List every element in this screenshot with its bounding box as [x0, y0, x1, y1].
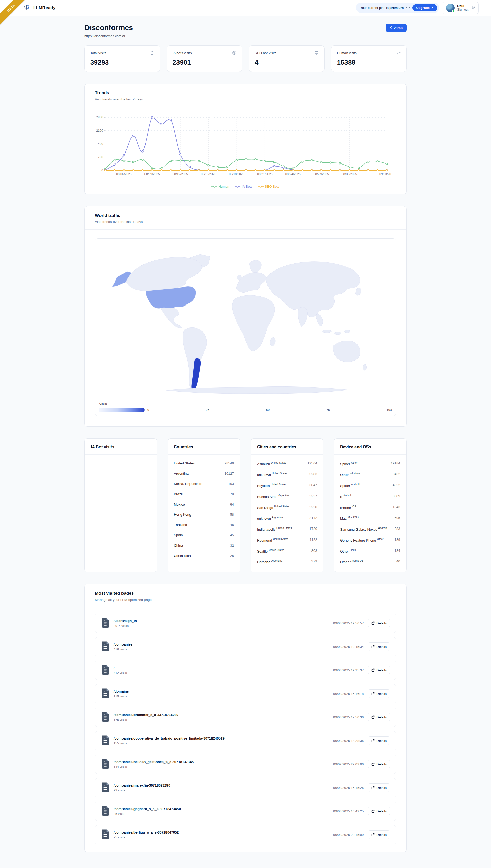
- device-visits: 19184: [391, 461, 400, 465]
- city-row: Buenos AiresArgentina 2227: [257, 491, 317, 502]
- page-visit-count: 155 visits: [114, 742, 225, 745]
- country-row: Brazil 70: [174, 489, 234, 499]
- chart-legend: HumanIA BotsSEO Bots: [85, 183, 406, 194]
- city-country: Argentina: [271, 559, 282, 562]
- details-button[interactable]: Details: [368, 666, 390, 674]
- city-country: Argentina: [279, 494, 289, 497]
- sign-out-icon[interactable]: [471, 5, 475, 10]
- device-row: SpiderOther 19184: [340, 458, 400, 469]
- world-choropleth-map: [99, 242, 392, 400]
- panel-title: Device and OSs: [340, 445, 400, 449]
- pages-list: /users/sign_in 8914 visits 09/03/2025 19…: [85, 608, 406, 852]
- city-visits: 2142: [310, 516, 317, 520]
- city-row: RedmondUnited States 1122: [257, 535, 317, 546]
- device-os: Android: [343, 494, 352, 497]
- details-button[interactable]: Details: [368, 783, 390, 792]
- device-row: KAndroid 3089: [340, 491, 400, 502]
- region-japan: [355, 288, 361, 295]
- device-row: Samsung Galaxy NexusAndroid 283: [340, 524, 400, 535]
- upgrade-button[interactable]: Upgrade: [412, 4, 437, 11]
- color-scale-ticks: 0 25 50 75 100: [147, 408, 392, 412]
- svg-text:2800: 2800: [96, 116, 103, 119]
- device-visits: 9432: [393, 472, 400, 476]
- svg-text:08/18/2025: 08/18/2025: [229, 173, 244, 176]
- color-scale-gradient: [99, 408, 145, 412]
- user-chip[interactable]: Paul Sign out: [443, 2, 479, 14]
- stat-card-ia-bots: IA bots visits 23901: [167, 45, 242, 72]
- svg-text:1400: 1400: [96, 142, 103, 146]
- legend-item-human[interactable]: Human: [211, 185, 229, 188]
- city-country: United States: [277, 527, 292, 530]
- stat-label: IA bots visits: [173, 51, 192, 55]
- svg-text:0: 0: [101, 168, 103, 172]
- last-visit-timestamp: 09/03/2025 16:42:25: [333, 809, 364, 813]
- city-country: Argentina: [272, 516, 283, 519]
- city-country: United States: [271, 483, 286, 486]
- scale-tick: 25: [206, 408, 209, 412]
- page-row: / 412 visits 09/03/2025 19:25:37 Details: [95, 660, 396, 680]
- file-text-icon: [101, 782, 110, 794]
- last-visit-timestamp: 09/03/2025 15:16:18: [333, 692, 364, 695]
- page-visit-count: 144 visits: [114, 765, 194, 769]
- svg-text:08/27/2025: 08/27/2025: [314, 173, 329, 176]
- details-button[interactable]: Details: [368, 689, 390, 698]
- chevron-right-icon: [431, 7, 433, 9]
- devices-list: SpiderOther 19184 OtherWindows 9432 Spid…: [334, 455, 406, 572]
- stat-label: SEO bot visits: [255, 51, 277, 55]
- details-label: Details: [376, 739, 387, 743]
- footer-spacer: [84, 852, 407, 864]
- plan-pill: Your current plan is premium Upgrade: [356, 3, 439, 13]
- file-text-icon: [101, 712, 110, 723]
- legend-item-ia-bots[interactable]: IA Bots: [235, 185, 252, 188]
- page-row: /domains 179 visits 09/03/2025 15:16:18 …: [95, 684, 396, 704]
- city-name: IndianapolisUnited States: [257, 526, 294, 532]
- trends-line-chart: 070014002100280008/06/202508/09/202508/1…: [93, 114, 391, 180]
- details-button[interactable]: Details: [368, 713, 390, 721]
- page-visit-count: 8914 visits: [114, 624, 137, 628]
- file-text-icon: [101, 829, 110, 840]
- country-name: Costa Rica: [174, 554, 193, 558]
- details-button[interactable]: Details: [368, 737, 390, 745]
- plan-text: Your current plan is premium: [360, 6, 404, 10]
- continent-africa: [232, 295, 275, 351]
- brand-name: LLMReady: [33, 5, 56, 10]
- city-country: United States: [274, 505, 289, 508]
- device-row: iPhoneiOS 1343: [340, 502, 400, 513]
- details-button[interactable]: Details: [368, 760, 390, 768]
- user-name: Paul: [457, 4, 468, 8]
- city-row: IndianapolisUnited States 1720: [257, 524, 317, 535]
- country-name: Brazil: [174, 492, 185, 496]
- world-traffic-card: World traffic Visit trends over the last…: [84, 206, 407, 427]
- country-australia: [333, 341, 360, 362]
- external-link-icon: [371, 669, 375, 672]
- svg-text:2100: 2100: [96, 129, 103, 132]
- country-name: Korea, Republic of: [174, 482, 205, 486]
- details-label: Details: [376, 809, 387, 813]
- external-link-icon: [371, 786, 375, 789]
- sign-out-link[interactable]: Sign out: [457, 8, 468, 11]
- details-button[interactable]: Details: [368, 807, 390, 815]
- details-button[interactable]: Details: [368, 643, 390, 651]
- device-row: OtherLinux 134: [340, 546, 400, 557]
- city-name: BoydtonUnited States: [257, 483, 289, 488]
- country-visits: 25: [230, 554, 234, 558]
- legend-item-seo-bots[interactable]: SEO Bots: [258, 185, 280, 188]
- info-icon[interactable]: [406, 6, 410, 10]
- details-label: Details: [376, 692, 387, 695]
- country-visits: 46: [230, 523, 234, 527]
- country-row: Korea, Republic of 103: [174, 479, 234, 489]
- details-button[interactable]: Details: [368, 831, 390, 839]
- island-indonesia-2: [334, 332, 341, 335]
- back-button[interactable]: Atrás: [386, 24, 407, 32]
- country-row: United States 28549: [174, 458, 234, 468]
- page-visit-count: 75 visits: [114, 836, 179, 839]
- svg-text:08/21/2025: 08/21/2025: [257, 173, 272, 176]
- details-button[interactable]: Details: [368, 619, 390, 627]
- device-name: SpiderOther: [340, 461, 360, 466]
- device-name: Samsung Galaxy NexusAndroid: [340, 526, 389, 532]
- svg-text:08/24/2025: 08/24/2025: [285, 173, 301, 176]
- last-visit-timestamp: 09/03/2025 19:45:34: [333, 645, 364, 649]
- avatar: [446, 4, 455, 12]
- page-path: /: [114, 666, 127, 670]
- trends-subtitle: Visit trends over the last 7 days: [95, 97, 396, 101]
